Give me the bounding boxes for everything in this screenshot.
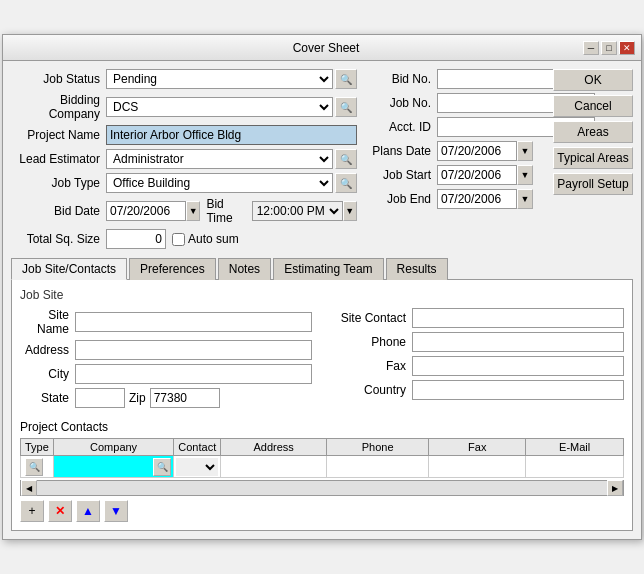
zip-input[interactable] <box>150 388 220 408</box>
action-buttons: + ✕ ▲ ▼ <box>20 500 624 522</box>
project-name-input[interactable] <box>106 125 357 145</box>
job-status-row: Job Status Pending 🔍 <box>11 69 357 89</box>
phone-label: Phone <box>332 335 412 349</box>
lead-estimator-row: Lead Estimator Administrator 🔍 <box>11 149 357 169</box>
col-type: Type <box>21 439 54 456</box>
bid-date-picker-button[interactable]: ▼ <box>186 201 200 221</box>
job-no-label: Job No. <box>365 96 437 110</box>
job-status-search-button[interactable]: 🔍 <box>335 69 357 89</box>
country-input[interactable] <box>412 380 624 400</box>
close-button[interactable]: ✕ <box>619 41 635 55</box>
move-up-button[interactable]: ▲ <box>76 500 100 522</box>
job-status-dropdown[interactable]: Pending <box>106 69 333 89</box>
bid-time-dropdown[interactable]: 12:00:00 PM <box>252 201 343 221</box>
tab-content: Job Site Site Name Address City <box>11 280 633 531</box>
job-status-label: Job Status <box>11 72 106 86</box>
company-cell: 🔍 <box>53 456 173 478</box>
bidding-company-search-button[interactable]: 🔍 <box>335 97 357 117</box>
acct-id-label: Acct. ID <box>365 120 437 134</box>
job-no-row: Job No. <box>365 93 545 113</box>
company-search-button[interactable]: 🔍 <box>153 458 171 476</box>
tab-notes[interactable]: Notes <box>218 258 271 280</box>
main-window: Cover Sheet ─ □ ✕ Job Status Pending 🔍 <box>2 34 642 540</box>
lead-estimator-label: Lead Estimator <box>11 152 106 166</box>
contacts-table: Type Company Contact Address Phone Fax E… <box>20 438 624 478</box>
window-title: Cover Sheet <box>69 41 583 55</box>
site-grid: Site Name Address City State Zip <box>20 308 624 412</box>
scroll-left-button[interactable]: ◀ <box>21 480 37 496</box>
auto-sum-label: Auto sum <box>188 232 239 246</box>
bid-no-label: Bid No. <box>365 72 437 86</box>
job-end-picker-button[interactable]: ▼ <box>517 189 533 209</box>
state-label: State <box>20 391 75 405</box>
type-cell: 🔍 <box>21 456 54 478</box>
total-sq-input[interactable] <box>106 229 166 249</box>
bid-time-label: Bid Time <box>206 197 247 225</box>
typical-areas-button[interactable]: Typical Areas <box>553 147 633 169</box>
ok-button[interactable]: OK <box>553 69 633 91</box>
site-contact-input[interactable] <box>412 308 624 328</box>
tab-job-site-contacts[interactable]: Job Site/Contacts <box>11 258 127 280</box>
country-row: Country <box>332 380 624 400</box>
site-contact-label: Site Contact <box>332 311 412 325</box>
lead-estimator-dropdown[interactable]: Administrator <box>106 149 333 169</box>
address-cell-input[interactable] <box>223 458 324 476</box>
auto-sum-checkbox[interactable] <box>172 233 185 246</box>
minimize-button[interactable]: ─ <box>583 41 599 55</box>
site-name-input[interactable] <box>75 312 312 332</box>
city-input[interactable] <box>75 364 312 384</box>
horizontal-scrollbar: ◀ ▶ <box>20 480 624 496</box>
plans-date-picker-button[interactable]: ▼ <box>517 141 533 161</box>
bid-time-picker-button[interactable]: ▼ <box>343 201 357 221</box>
tab-results[interactable]: Results <box>386 258 448 280</box>
job-type-search-button[interactable]: 🔍 <box>335 173 357 193</box>
bid-date-label: Bid Date <box>11 204 106 218</box>
delete-row-button[interactable]: ✕ <box>48 500 72 522</box>
zip-label: Zip <box>129 391 146 405</box>
state-input[interactable] <box>75 388 125 408</box>
email-cell <box>526 456 624 478</box>
fax-input[interactable] <box>412 356 624 376</box>
bidding-company-dropdown[interactable]: DCS <box>106 97 333 117</box>
maximize-button[interactable]: □ <box>601 41 617 55</box>
lead-estimator-search-button[interactable]: 🔍 <box>335 149 357 169</box>
job-end-input[interactable] <box>437 189 517 209</box>
tab-preferences[interactable]: Preferences <box>129 258 216 280</box>
areas-button[interactable]: Areas <box>553 121 633 143</box>
job-end-label: Job End <box>365 192 437 206</box>
job-start-input[interactable] <box>437 165 517 185</box>
payroll-setup-button[interactable]: Payroll Setup <box>553 173 633 195</box>
job-start-picker-button[interactable]: ▼ <box>517 165 533 185</box>
scroll-right-button[interactable]: ▶ <box>607 480 623 496</box>
tabs-bar: Job Site/Contacts Preferences Notes Esti… <box>11 257 633 280</box>
plans-date-input[interactable] <box>437 141 517 161</box>
bid-date-input[interactable] <box>106 201 186 221</box>
site-contact-row: Site Contact <box>332 308 624 328</box>
col-fax: Fax <box>429 439 526 456</box>
cancel-button[interactable]: Cancel <box>553 95 633 117</box>
fax-cell-input[interactable] <box>431 458 523 476</box>
bid-no-row: Bid No. <box>365 69 545 89</box>
bid-date-row: Bid Date ▼ Bid Time 12:00:00 PM ▼ <box>11 197 357 225</box>
job-site-section-label: Job Site <box>20 288 624 302</box>
job-type-dropdown[interactable]: Office Building <box>106 173 333 193</box>
job-start-label: Job Start <box>365 168 437 182</box>
site-name-label: Site Name <box>20 308 75 336</box>
scroll-track[interactable] <box>37 481 607 495</box>
move-down-button[interactable]: ▼ <box>104 500 128 522</box>
col-phone: Phone <box>326 439 428 456</box>
fax-label: Fax <box>332 359 412 373</box>
project-name-label: Project Name <box>11 128 106 142</box>
col-address: Address <box>221 439 327 456</box>
col-contact: Contact <box>174 439 221 456</box>
address-input[interactable] <box>75 340 312 360</box>
job-type-row: Job Type Office Building 🔍 <box>11 173 357 193</box>
tab-estimating-team[interactable]: Estimating Team <box>273 258 383 280</box>
type-search-button[interactable]: 🔍 <box>25 458 43 476</box>
phone-cell-input[interactable] <box>329 458 426 476</box>
email-cell-input[interactable] <box>528 458 621 476</box>
company-cell-input[interactable] <box>56 458 151 476</box>
phone-input[interactable] <box>412 332 624 352</box>
add-row-button[interactable]: + <box>20 500 44 522</box>
contact-cell-dropdown[interactable] <box>176 458 218 476</box>
